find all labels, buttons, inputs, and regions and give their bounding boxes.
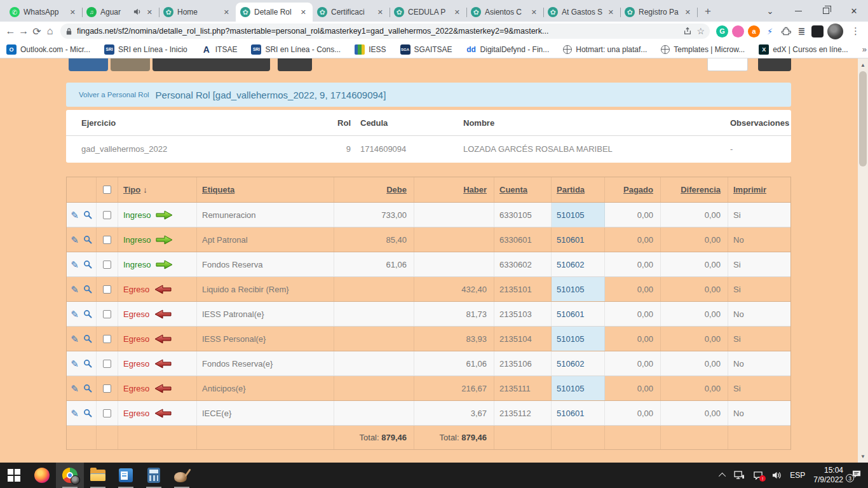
back-to-personal-rol-link[interactable]: Volver a Personal Rol	[79, 91, 149, 98]
tab-audio-icon[interactable]	[133, 6, 141, 18]
taskbar-app-document-app[interactable]	[112, 463, 140, 488]
row-checkbox[interactable]	[103, 360, 111, 368]
row-checkbox[interactable]	[103, 211, 111, 219]
view-magnifier-icon[interactable]	[83, 384, 92, 393]
toolbar-tan-button[interactable]	[111, 58, 150, 71]
start-button[interactable]	[0, 463, 28, 488]
view-magnifier-icon[interactable]	[83, 235, 92, 244]
bookmark-sgaitsae[interactable]: SGASGAITSAE	[400, 44, 452, 55]
blue-extension-icon[interactable]: ⚡	[764, 25, 776, 37]
avast-extension-icon[interactable]: a	[748, 25, 760, 37]
sort-partida-link[interactable]: Partida	[557, 185, 585, 194]
row-checkbox[interactable]	[103, 261, 111, 269]
dark-square-extension-icon[interactable]	[811, 25, 824, 37]
bookmarks-overflow-icon[interactable]: »	[862, 44, 867, 54]
browser-tab-home[interactable]: ✿Home✕	[159, 3, 236, 22]
view-magnifier-icon[interactable]	[83, 359, 92, 368]
reload-button[interactable]: ⟳	[31, 24, 44, 39]
tab-close-icon[interactable]: ✕	[683, 8, 693, 17]
tab-close-icon[interactable]: ✕	[145, 8, 154, 17]
edit-pencil-icon[interactable]: ✎	[71, 309, 79, 319]
edit-pencil-icon[interactable]: ✎	[71, 235, 79, 245]
bookmark-iess[interactable]: IESS	[355, 44, 386, 55]
tab-close-icon[interactable]: ✕	[452, 8, 462, 17]
tab-close-icon[interactable]: ✕	[299, 8, 308, 17]
address-bar[interactable]: fingads.net/sf2/nomina/detalle_rol_list.…	[60, 24, 710, 39]
view-magnifier-icon[interactable]	[83, 260, 92, 269]
edit-pencil-icon[interactable]: ✎	[71, 260, 79, 269]
browser-tab-asientos-c[interactable]: ✿Asientos C✕	[466, 3, 543, 22]
tray-chevron-icon[interactable]	[721, 473, 726, 478]
tab-close-icon[interactable]: ✕	[222, 8, 231, 17]
bookmark-itsae[interactable]: AITSAE	[201, 44, 238, 55]
taskbar-clock[interactable]: 15:04 7/9/2022	[813, 466, 843, 485]
bookmark-outlook-com-micr-[interactable]: OOutlook.com - Micr...	[6, 44, 90, 55]
view-magnifier-icon[interactable]	[83, 409, 92, 417]
network-icon[interactable]	[734, 471, 745, 480]
profile-avatar[interactable]	[827, 24, 843, 39]
row-checkbox[interactable]	[103, 236, 111, 244]
speaker-icon[interactable]	[771, 471, 782, 480]
toolbar-blue-button[interactable]	[69, 58, 108, 71]
tab-close-icon[interactable]: ✕	[68, 8, 78, 17]
row-checkbox[interactable]	[103, 285, 111, 294]
browser-tab-whatsapp[interactable]: ✆WhatsApp✕	[5, 3, 82, 22]
bookmark-digitaldefynd-fin-[interactable]: ddDigitalDefynd - Fin...	[466, 44, 550, 55]
language-indicator[interactable]: ESP	[790, 471, 805, 480]
edit-pencil-icon[interactable]: ✎	[71, 409, 79, 418]
sort-tipo-link[interactable]: Tipo	[123, 185, 140, 194]
page-scrollbar[interactable]: ▲ ▼	[858, 58, 868, 463]
restore-button[interactable]	[812, 0, 840, 22]
view-magnifier-icon[interactable]	[83, 210, 92, 219]
url-text[interactable]: fingads.net/sf2/nomina/detalle_rol_list.…	[77, 27, 679, 36]
bookmark-hotmart-una-plataf-[interactable]: Hotmart: una plataf...	[563, 45, 647, 54]
row-checkbox[interactable]	[103, 335, 111, 343]
taskbar-app-firefox[interactable]	[28, 463, 56, 488]
view-magnifier-icon[interactable]	[83, 285, 92, 294]
sort-debe-link[interactable]: Debe	[386, 185, 407, 194]
tab-search-chevron-icon[interactable]: ⌄	[756, 0, 784, 22]
row-checkbox[interactable]	[103, 409, 111, 417]
taskbar-app-file-explorer[interactable]	[84, 463, 112, 488]
toolbar-dark-wide-button[interactable]	[153, 58, 270, 71]
new-tab-button[interactable]: +	[700, 3, 716, 20]
row-checkbox[interactable]	[103, 310, 111, 318]
sort-pagado-link[interactable]: Pagado	[623, 185, 653, 194]
rows-per-page-select[interactable]	[707, 58, 748, 71]
sort-etiqueta-link[interactable]: Etiqueta	[202, 185, 234, 194]
forward-button[interactable]: →	[17, 24, 31, 39]
tab-close-icon[interactable]: ✕	[529, 8, 539, 17]
toolbar-dark-right-button[interactable]	[758, 58, 791, 71]
edit-pencil-icon[interactable]: ✎	[71, 210, 79, 220]
pink-extension-icon[interactable]	[732, 25, 744, 37]
scroll-down-arrow[interactable]: ▼	[858, 451, 868, 461]
view-magnifier-icon[interactable]	[83, 309, 92, 318]
notification-icon[interactable]: 3	[851, 470, 862, 481]
scrollbar-thumb[interactable]	[859, 71, 867, 166]
home-button[interactable]: ⌂	[43, 24, 57, 39]
browser-tab-aguar[interactable]: ♫Aguar✕	[82, 3, 159, 22]
grammarly-extension-icon[interactable]: G	[716, 25, 728, 37]
row-checkbox[interactable]	[103, 384, 111, 393]
minimize-button[interactable]	[784, 0, 812, 22]
sort-haber-link[interactable]: Haber	[463, 185, 487, 194]
taskbar-app-chrome[interactable]	[56, 463, 84, 488]
tab-close-icon[interactable]: ✕	[376, 8, 385, 17]
action-center-icon[interactable]: !	[753, 471, 763, 480]
bookmark-sri-en-l-nea-cons-[interactable]: SRISRI en Línea - Cons...	[251, 44, 341, 55]
browser-menu-icon[interactable]: ⋮	[847, 25, 864, 37]
sort-diferencia-link[interactable]: Diferencia	[681, 185, 721, 194]
view-magnifier-icon[interactable]	[83, 334, 92, 343]
bookmark-templates-microw-[interactable]: Templates | Microw...	[661, 45, 745, 54]
browser-tab-cedula-p[interactable]: ✿CEDULA P✕	[390, 3, 466, 22]
toolbar-dark-button[interactable]	[278, 58, 312, 71]
media-list-icon[interactable]: ≣	[796, 25, 808, 37]
tab-close-icon[interactable]: ✕	[606, 8, 616, 17]
extensions-puzzle-icon[interactable]	[780, 25, 792, 37]
taskbar-app-calculator[interactable]	[140, 463, 168, 488]
sort-cuenta-link[interactable]: Cuenta	[499, 185, 527, 194]
browser-tab-registro-pa[interactable]: ✿Registro Pa✕	[620, 3, 697, 22]
browser-tab-detalle-rol[interactable]: ✿Detalle Rol✕	[236, 3, 313, 22]
bookmark-edx-cursos-en-l-ne-[interactable]: XedX | Cursos en líne...	[759, 44, 848, 55]
sort-imprimir-link[interactable]: Imprimir	[733, 185, 766, 194]
